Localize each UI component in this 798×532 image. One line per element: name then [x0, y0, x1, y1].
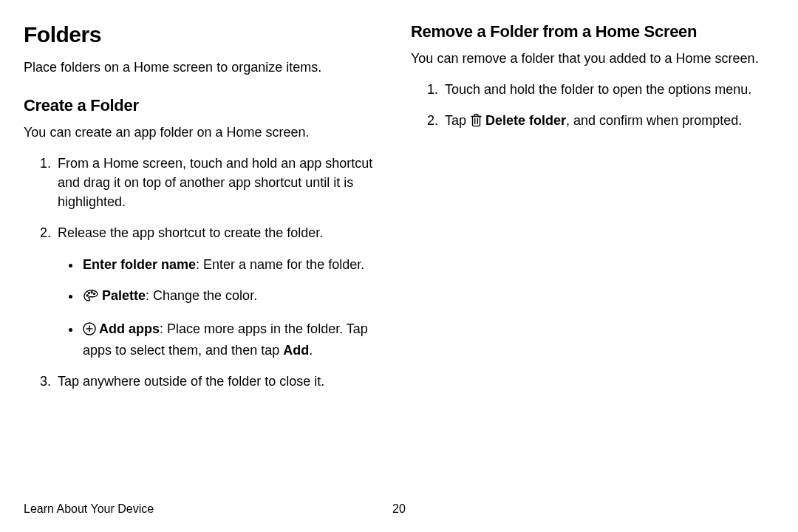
remove-step-2-post: , and confirm when prompted. — [566, 113, 742, 128]
palette-icon — [83, 288, 99, 307]
heading-folders: Folders — [24, 22, 387, 47]
delete-icon — [470, 113, 482, 132]
step-2-text: Release the app shortcut to create the f… — [58, 225, 323, 240]
heading-create-folder: Create a Folder — [24, 96, 387, 115]
bullet-palette-rest: : Change the color. — [146, 288, 257, 303]
remove-folder-steps: Touch and hold the folder to open the op… — [411, 80, 774, 132]
svg-point-2 — [91, 291, 92, 293]
bullet-add-apps: Add apps: Place more apps in the folder.… — [81, 319, 387, 360]
step-3: Tap anywhere outside of the folder to cl… — [55, 372, 387, 391]
step-2-bullets: Enter folder name: Enter a name for the … — [58, 255, 387, 360]
bullet-add-apps-end: . — [309, 343, 313, 358]
svg-point-0 — [86, 295, 88, 296]
create-folder-desc: You can create an app folder on a Home s… — [24, 123, 387, 142]
bullet-palette: Palette: Change the color. — [81, 286, 387, 307]
remove-folder-desc: You can remove a folder that you added t… — [411, 49, 774, 68]
step-1: From a Home screen, touch and hold an ap… — [55, 154, 387, 211]
bullet-add-apps-label: Add apps — [99, 321, 160, 336]
right-column: Remove a Folder from a Home Screen You c… — [411, 22, 774, 403]
footer-page-number: 20 — [392, 502, 406, 516]
step-2: Release the app shortcut to create the f… — [55, 223, 387, 359]
svg-point-1 — [88, 292, 89, 293]
create-folder-steps: From a Home screen, touch and hold an ap… — [24, 154, 387, 391]
bullet-palette-label: Palette — [102, 288, 146, 303]
intro-text: Place folders on a Home screen to organi… — [24, 58, 387, 77]
page-body: Folders Place folders on a Home screen t… — [0, 0, 798, 454]
bullet-enter-name-rest: : Enter a name for the folder. — [196, 257, 364, 272]
footer-section-title: Learn About Your Device — [24, 502, 154, 516]
bullet-enter-name: Enter folder name: Enter a name for the … — [81, 255, 387, 274]
page-footer: Learn About Your Device 20 — [24, 502, 774, 516]
bullet-add-apps-add: Add — [283, 343, 309, 358]
remove-step-2-label: Delete folder — [485, 113, 566, 128]
remove-step-1: Touch and hold the folder to open the op… — [442, 80, 774, 99]
remove-step-2-pre: Tap — [445, 113, 470, 128]
add-icon — [83, 321, 96, 341]
heading-remove-folder: Remove a Folder from a Home Screen — [411, 22, 774, 41]
svg-point-3 — [94, 293, 95, 294]
left-column: Folders Place folders on a Home screen t… — [24, 22, 387, 403]
bullet-enter-name-label: Enter folder name — [83, 257, 196, 272]
remove-step-2: Tap Delete folder, and confirm when prom… — [442, 111, 774, 132]
